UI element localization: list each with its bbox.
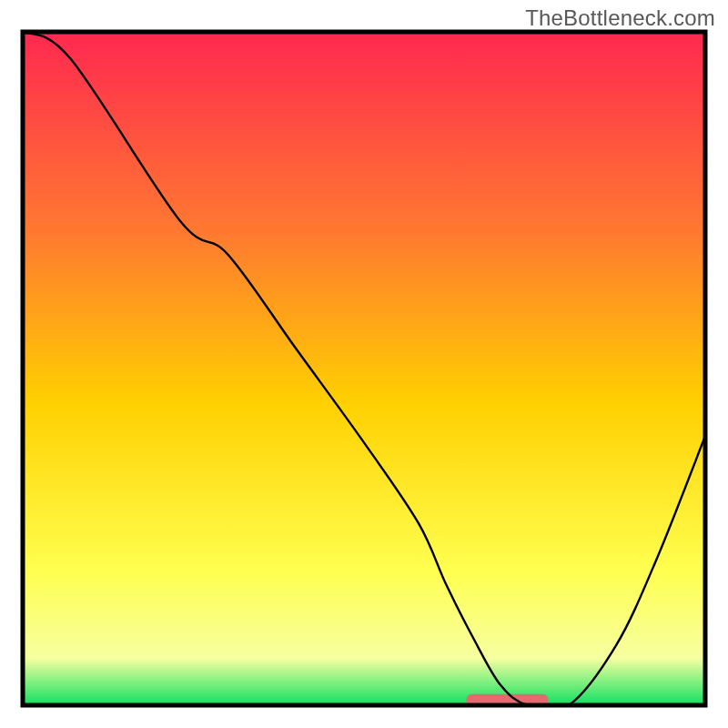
chart-container: TheBottleneck.com bbox=[0, 0, 728, 728]
plot-background bbox=[23, 32, 705, 705]
watermark-text: TheBottleneck.com bbox=[525, 5, 715, 31]
bottleneck-chart bbox=[0, 0, 728, 728]
